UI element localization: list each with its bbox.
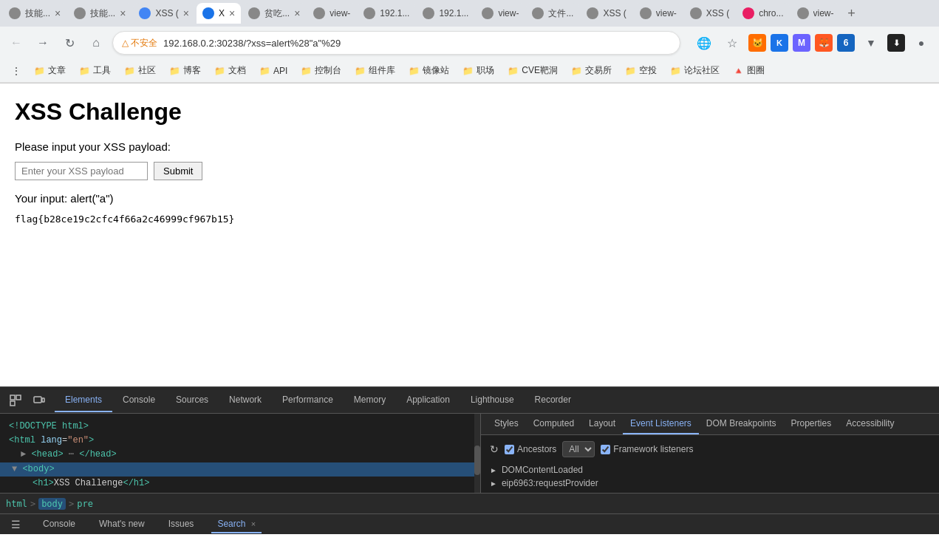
submit-button[interactable]: Submit: [154, 162, 202, 180]
bottom-tab-issues[interactable]: Issues: [163, 516, 200, 533]
bookmark-kongzhitai[interactable]: 📁 控制台: [295, 63, 347, 78]
all-select[interactable]: All: [562, 441, 595, 457]
ancestors-checkbox-input[interactable]: [505, 445, 514, 454]
right-tab-dom-breakpoints[interactable]: DOM Breakpoints: [699, 414, 784, 434]
tab-close-5[interactable]: ×: [294, 7, 300, 19]
scrollbar-thumb[interactable]: [474, 445, 480, 475]
right-tab-accessibility[interactable]: Accessibility: [839, 414, 901, 434]
folder-icon-6: 📁: [259, 66, 270, 76]
tab-12[interactable]: view-: [634, 3, 683, 24]
tab-close-3[interactable]: ×: [183, 7, 189, 19]
tab-close-2[interactable]: ×: [120, 7, 126, 19]
breadcrumb-html[interactable]: html: [6, 499, 27, 509]
bookmark-jingxiangzhan[interactable]: 📁 镜像站: [403, 63, 455, 78]
tab-application[interactable]: Application: [396, 389, 460, 412]
tab-2[interactable]: 技能... ×: [68, 3, 132, 24]
bottom-tab-whatsnew[interactable]: What's new: [93, 516, 151, 533]
bookmark-zhichang[interactable]: 📁 职场: [457, 63, 500, 78]
event-item-eip6963[interactable]: ► eip6963:requestProvider: [490, 477, 930, 490]
bookmark-shequ[interactable]: 📁 社区: [118, 63, 162, 78]
bottom-tab-search[interactable]: Search ×: [211, 516, 262, 533]
tab-close-4[interactable]: ×: [229, 7, 235, 19]
tab-9[interactable]: view-: [476, 3, 525, 24]
bookmark-api[interactable]: 📁 API: [253, 64, 293, 78]
tab-sources[interactable]: Sources: [165, 389, 219, 412]
bookmark-cve[interactable]: 📁 CVE靶洞: [502, 63, 564, 78]
xss-input[interactable]: [15, 162, 148, 180]
home-button[interactable]: ⌂: [86, 33, 106, 53]
right-tab-layout[interactable]: Layout: [581, 414, 623, 434]
ext-icon-5[interactable]: 6: [837, 34, 855, 52]
framework-checkbox[interactable]: Framework listeners: [601, 444, 693, 454]
event-item-domcontentloaded[interactable]: ► DOMContentLoaded: [490, 463, 930, 477]
tab-network[interactable]: Network: [219, 389, 272, 412]
tab-elements[interactable]: Elements: [55, 389, 112, 412]
ext-icon-1[interactable]: 🐱: [748, 34, 766, 52]
tab-14[interactable]: chro...: [737, 3, 789, 24]
bookmark-boke[interactable]: 📁 博客: [163, 63, 207, 78]
reload-button[interactable]: ↻: [59, 33, 80, 53]
tab-4[interactable]: X ×: [197, 3, 241, 24]
extensions-menu[interactable]: ▼: [859, 31, 883, 55]
collapse-body[interactable]: ▼: [12, 464, 17, 474]
bookmark-button[interactable]: ☆: [720, 31, 744, 55]
right-tab-event-listeners[interactable]: Event Listeners: [623, 414, 699, 434]
code-line-4[interactable]: ▼ <body>: [0, 462, 480, 477]
tab-memory[interactable]: Memory: [344, 389, 396, 412]
device-toolbar-button[interactable]: [30, 391, 49, 410]
tab-5[interactable]: 贫吃... ×: [242, 3, 306, 24]
ext-icon-3[interactable]: M: [793, 34, 810, 52]
bottom-tab-console[interactable]: Console: [37, 516, 81, 533]
bookmark-zujianku[interactable]: 📁 组件库: [349, 63, 401, 78]
search-close-button[interactable]: ×: [251, 519, 256, 528]
right-tab-styles[interactable]: Styles: [487, 414, 526, 434]
tab-title-1: 技能...: [25, 7, 50, 20]
inspect-element-button[interactable]: [6, 391, 25, 410]
tab-6[interactable]: view-: [307, 3, 356, 24]
tab-console[interactable]: Console: [112, 389, 165, 412]
tab-3[interactable]: XSS ( ×: [133, 3, 195, 24]
apps-icon: ⋮: [12, 66, 21, 76]
tab-lighthouse[interactable]: Lighthouse: [460, 389, 525, 412]
refresh-button[interactable]: ↻: [490, 443, 499, 455]
ext-icon-2[interactable]: K: [771, 34, 788, 52]
bookmark-luntan[interactable]: 📁 论坛社区: [664, 63, 725, 78]
tab-recorder[interactable]: Recorder: [525, 389, 581, 412]
breadcrumb-body[interactable]: body: [38, 498, 66, 510]
bookmark-gongju[interactable]: 📁 工具: [73, 63, 117, 78]
tab-close-1[interactable]: ×: [55, 7, 61, 19]
ancestors-checkbox[interactable]: Ancestors: [505, 444, 556, 454]
tab-11[interactable]: XSS (: [581, 3, 632, 24]
tab-1[interactable]: 技能... ×: [3, 3, 66, 24]
tab-8[interactable]: 192.1...: [417, 3, 474, 24]
collapse-head[interactable]: ►: [21, 449, 26, 460]
devtools-scrollbar[interactable]: [474, 414, 480, 493]
tab-7[interactable]: 192.1...: [358, 3, 415, 24]
bookmark-kongtou[interactable]: 📁 空投: [619, 63, 663, 78]
bookmark-tuquan[interactable]: 🔺 图圈: [727, 63, 771, 78]
tab-10[interactable]: 文件...: [526, 3, 579, 24]
forward-button[interactable]: →: [33, 33, 53, 53]
tab-performance[interactable]: Performance: [272, 389, 344, 412]
framework-checkbox-input[interactable]: [601, 445, 610, 454]
back-button[interactable]: ←: [6, 33, 27, 53]
ext-icon-4[interactable]: 🦊: [815, 34, 833, 52]
right-tab-properties[interactable]: Properties: [784, 414, 839, 434]
bookmark-wendang[interactable]: 📁 文档: [208, 63, 252, 78]
new-tab-button[interactable]: +: [841, 3, 862, 24]
address-input[interactable]: △ 不安全 192.168.0.2:30238/?xss=alert%28"a"…: [112, 31, 680, 55]
tab-15[interactable]: view-: [791, 3, 840, 24]
ext-icon-6[interactable]: ⬇: [887, 34, 905, 52]
bookmark-wenzhang[interactable]: 📁 文章: [28, 63, 72, 78]
breadcrumb-pre[interactable]: pre: [77, 499, 93, 509]
tab-13[interactable]: XSS (: [684, 3, 735, 24]
translate-button[interactable]: 🌐: [692, 31, 716, 55]
bookmarks-apps[interactable]: ⋮: [6, 64, 27, 78]
bookmark-jiaoyisuo[interactable]: 📁 交易所: [565, 63, 618, 78]
right-tab-computed[interactable]: Computed: [526, 414, 581, 434]
profile-button[interactable]: ●: [909, 31, 933, 55]
code-line-1: <!DOCTYPE html>: [9, 420, 471, 434]
hamburger-menu-button[interactable]: ☰: [6, 515, 25, 534]
code-ellipsis: ⋯: [69, 449, 79, 460]
folder-icon-4: 📁: [169, 66, 180, 76]
